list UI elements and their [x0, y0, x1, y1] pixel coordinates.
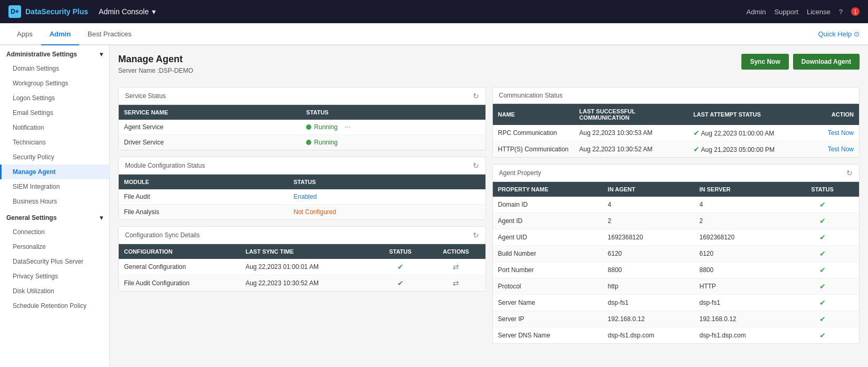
- sync-now-button[interactable]: Sync Now: [741, 54, 788, 70]
- prop-status: ✔: [786, 229, 859, 246]
- prop-in-server: 6120: [694, 246, 786, 262]
- config-file-audit: File Audit Configuration: [119, 275, 240, 292]
- col-in-server: In Server: [694, 182, 786, 197]
- page-header-left: Manage Agent Server Name :DSP-DEMO: [118, 54, 193, 81]
- check-green-prop-icon: ✔: [819, 266, 826, 274]
- more-options-icon[interactable]: ⋯: [345, 123, 351, 131]
- module-config-table: Module Status File Audit Enabled File An…: [119, 175, 485, 219]
- service-status-refresh-icon[interactable]: ↻: [473, 92, 479, 100]
- col-property-name: Property Name: [493, 182, 603, 197]
- sidebar-item-schedule-retention-policy[interactable]: Schedule Retention Policy: [0, 298, 109, 313]
- col-comm-name: Name: [493, 104, 574, 125]
- prop-in-server: HTTP: [694, 278, 786, 295]
- col-last-sync: Last Sync Time: [240, 244, 374, 259]
- prop-in-server: 4: [694, 197, 786, 213]
- table-row: File Analysis Not Configured: [119, 205, 485, 220]
- sidebar-item-privacy-settings[interactable]: Privacy Settings: [0, 269, 109, 284]
- general-section-title: General Settings ▾: [0, 209, 109, 225]
- running-status-driver: Running: [306, 139, 480, 146]
- prop-status: ✔: [786, 197, 859, 213]
- prop-status: ✔: [786, 295, 859, 311]
- admin-section-collapse-icon[interactable]: ▾: [100, 51, 103, 58]
- prop-in-agent: 192.168.0.12: [603, 311, 694, 327]
- sidebar-item-manage-agent[interactable]: Manage Agent: [0, 165, 109, 179]
- app-selector[interactable]: Admin Console ▾: [99, 7, 156, 16]
- sidebar-item-personalize[interactable]: Personalize: [0, 239, 109, 254]
- sidebar-item-security-policy[interactable]: Security Policy: [0, 150, 109, 165]
- col-service-name: Service Name: [119, 105, 301, 120]
- table-row: Server IP 192.168.0.12 192.168.0.12 ✔: [493, 311, 860, 327]
- prop-name: Server IP: [493, 311, 603, 327]
- check-green-prop-icon: ✔: [819, 331, 826, 340]
- tab-admin[interactable]: Admin: [41, 23, 79, 45]
- admin-link[interactable]: Admin: [747, 8, 766, 16]
- notification-badge[interactable]: 1: [851, 7, 860, 16]
- sidebar-item-logon-settings[interactable]: Logon Settings: [0, 91, 109, 105]
- agent-property-refresh-icon[interactable]: ↻: [846, 169, 853, 177]
- main-layout: Administrative Settings ▾ Domain Setting…: [0, 45, 868, 367]
- general-section-collapse-icon[interactable]: ▾: [100, 214, 103, 221]
- col-action: Action: [802, 104, 859, 125]
- config-file-audit-status: ✔: [374, 275, 427, 292]
- prop-status: ✔: [786, 246, 859, 262]
- config-sync-refresh-icon[interactable]: ↻: [473, 231, 479, 239]
- comm-status-title: Communication Status: [499, 92, 563, 99]
- config-general: General Configuration: [119, 259, 240, 275]
- col-sync-status: Status: [374, 244, 427, 259]
- table-row: Server Name dsp-fs1 dsp-fs1 ✔: [493, 295, 860, 311]
- secondary-nav: Apps Admin Best Practices Quick Help ⊙: [0, 23, 868, 45]
- config-file-audit-sync-time: Aug 22,2023 10:30:52 AM: [240, 275, 374, 292]
- agent-property-table: Property Name In Agent In Server Status …: [493, 182, 860, 343]
- test-now-https-button[interactable]: Test Now: [828, 146, 854, 153]
- comm-https-last-success: Aug 22,2023 10:30:52 AM: [574, 141, 688, 158]
- service-status-header: Service Status ↻: [119, 88, 485, 105]
- col-status: Status: [301, 105, 485, 120]
- sidebar-item-datasecurity-plus-server[interactable]: DataSecurity Plus Server: [0, 254, 109, 269]
- page-title: Manage Agent: [118, 54, 193, 65]
- prop-in-agent: 4: [603, 197, 694, 213]
- module-file-audit-status: Enabled: [288, 189, 485, 205]
- check-green-prop-icon: ✔: [819, 249, 826, 258]
- col-last-success: Last Successful Communication: [574, 104, 688, 125]
- prop-status: ✔: [786, 278, 859, 295]
- sidebar-item-connection[interactable]: Connection: [0, 225, 109, 239]
- sync-action-icon-2[interactable]: ⇄: [453, 279, 459, 287]
- status-dot-green-driver-icon: [306, 140, 311, 145]
- prop-in-agent: 6120: [603, 246, 694, 262]
- sidebar-item-notification[interactable]: Notification: [0, 120, 109, 135]
- tab-apps[interactable]: Apps: [8, 23, 41, 45]
- download-agent-button[interactable]: Download Agent: [793, 54, 860, 70]
- table-row: Agent Service Running ⋯: [119, 120, 485, 135]
- sidebar-item-email-settings[interactable]: Email Settings: [0, 105, 109, 120]
- service-status-table: Service Name Status Agent Service R: [119, 105, 485, 150]
- module-file-analysis-status: Not Configured: [288, 205, 485, 220]
- sidebar-item-business-hours[interactable]: Business Hours: [0, 194, 109, 209]
- test-now-rpc-button[interactable]: Test Now: [828, 129, 854, 137]
- main-content: Manage Agent Server Name :DSP-DEMO Sync …: [110, 45, 868, 367]
- prop-in-server: 1692368120: [694, 229, 786, 246]
- tab-best-practices[interactable]: Best Practices: [79, 23, 140, 45]
- dropdown-icon: ▾: [152, 7, 156, 16]
- sidebar-item-domain-settings[interactable]: Domain Settings: [0, 61, 109, 76]
- comm-status-header: Communication Status: [493, 88, 860, 104]
- sidebar-item-technicians[interactable]: Technicians: [0, 135, 109, 150]
- table-row: File Audit Configuration Aug 22,2023 10:…: [119, 275, 485, 292]
- top-bar: D+ DataSecurity Plus Admin Console ▾ Adm…: [0, 0, 868, 23]
- quick-help[interactable]: Quick Help ⊙: [818, 30, 860, 38]
- module-config-refresh-icon[interactable]: ↻: [473, 161, 479, 170]
- sidebar-item-disk-utilization[interactable]: Disk Utilization: [0, 284, 109, 298]
- check-green-prop-icon: ✔: [819, 282, 826, 291]
- module-config-header: Module Configuration Status ↻: [119, 157, 485, 175]
- config-general-sync-time: Aug 22,2023 01:00:01 AM: [240, 259, 374, 275]
- check-green-prop-icon: ✔: [819, 298, 826, 307]
- license-link[interactable]: License: [807, 8, 831, 16]
- prop-name: Server Name: [493, 295, 603, 311]
- prop-in-agent: dsp-fs1: [603, 295, 694, 311]
- sidebar-item-workgroup-settings[interactable]: Workgroup Settings: [0, 76, 109, 91]
- sync-action-icon[interactable]: ⇄: [453, 263, 459, 271]
- help-link[interactable]: ?: [839, 8, 843, 16]
- support-link[interactable]: Support: [774, 8, 798, 16]
- check-green-prop-icon: ✔: [819, 233, 826, 242]
- module-file-audit: File Audit: [119, 189, 288, 205]
- sidebar-item-siem-integration[interactable]: SIEM Integration: [0, 179, 109, 194]
